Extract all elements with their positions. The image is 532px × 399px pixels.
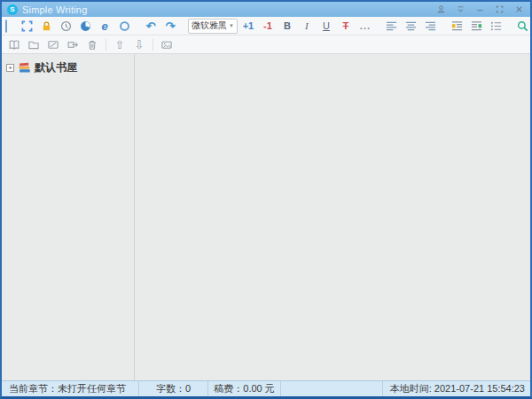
window-title: Simple Writing bbox=[22, 4, 88, 15]
move-down-button[interactable]: ⇩ bbox=[130, 36, 148, 52]
bold-button[interactable]: B bbox=[278, 18, 296, 34]
tree-item-label: 默认书屋 bbox=[35, 60, 77, 75]
align-left-icon bbox=[386, 20, 397, 32]
status-local-time: 本地时间: 2021-07-21 15:54:23 bbox=[383, 381, 530, 396]
title-bar: S Simple Writing bbox=[2, 2, 530, 17]
trash-icon bbox=[86, 39, 98, 51]
indent-decrease-button[interactable] bbox=[449, 18, 466, 34]
status-bar: 当前章节：未打开任何章节 字数：0 稿费：0.00 元 本地时间: 2021-0… bbox=[2, 380, 530, 396]
screenshot-button[interactable] bbox=[44, 36, 62, 52]
ie-browser-button[interactable]: e bbox=[96, 18, 113, 34]
on-toggle[interactable]: ON bbox=[5, 20, 7, 33]
pie-chart-icon bbox=[80, 20, 91, 32]
indent-increase-button[interactable] bbox=[468, 18, 486, 34]
bookshelf-tree-panel: + 默认书屋 bbox=[2, 54, 135, 380]
lock-button[interactable] bbox=[37, 18, 55, 34]
indent-increase-icon bbox=[471, 20, 482, 32]
image-button[interactable] bbox=[158, 36, 176, 52]
user-icon[interactable] bbox=[435, 4, 447, 15]
bold-label: B bbox=[284, 21, 291, 31]
more-formats-label: ... bbox=[360, 21, 371, 31]
align-right-icon bbox=[425, 20, 436, 32]
move-down-icon: ⇩ bbox=[135, 39, 145, 51]
minimize-icon[interactable] bbox=[474, 4, 486, 15]
redo-button[interactable]: ↷ bbox=[161, 18, 179, 34]
status-current-chapter: 当前章节：未打开任何章节 bbox=[2, 381, 139, 396]
more-formats-button[interactable]: ... bbox=[356, 18, 374, 34]
status-royalty: 稿费：0.00 元 bbox=[208, 381, 281, 396]
close-icon[interactable] bbox=[513, 4, 525, 15]
statistics-button[interactable] bbox=[76, 18, 94, 34]
search-button[interactable] bbox=[514, 18, 532, 34]
app-logo-icon: S bbox=[7, 4, 18, 15]
export-icon bbox=[66, 39, 79, 51]
ie-browser-icon: e bbox=[101, 20, 107, 32]
move-up-icon: ⇧ bbox=[115, 39, 125, 51]
list-icon bbox=[490, 20, 502, 32]
font-increase-button[interactable]: +1 bbox=[239, 18, 257, 34]
export-button[interactable] bbox=[64, 36, 82, 52]
folder-button[interactable] bbox=[25, 36, 43, 52]
fullscreen-icon bbox=[21, 20, 33, 32]
font-increase-label: +1 bbox=[243, 21, 254, 31]
clock-icon bbox=[60, 20, 72, 32]
fullscreen-button[interactable] bbox=[18, 18, 35, 34]
move-up-button[interactable]: ⇧ bbox=[111, 36, 129, 52]
timer-button[interactable] bbox=[57, 18, 74, 34]
align-center-button[interactable] bbox=[403, 18, 420, 34]
align-center-icon bbox=[405, 20, 417, 32]
trash-button[interactable] bbox=[83, 36, 101, 52]
font-decrease-label: -1 bbox=[263, 21, 272, 31]
lock-icon bbox=[41, 20, 52, 32]
open-book-button[interactable] bbox=[5, 36, 23, 52]
list-button[interactable] bbox=[488, 18, 505, 34]
search-icon bbox=[517, 20, 528, 32]
toolbar-separator bbox=[106, 39, 106, 51]
undo-icon: ↶ bbox=[146, 20, 156, 32]
screenshot-icon bbox=[47, 39, 59, 51]
circle-icon bbox=[119, 20, 130, 32]
align-left-button[interactable] bbox=[383, 18, 401, 34]
align-right-button[interactable] bbox=[422, 18, 440, 34]
undo-button[interactable]: ↶ bbox=[142, 18, 160, 34]
editor-area bbox=[135, 54, 530, 380]
status-spacer bbox=[281, 381, 383, 396]
redo-icon: ↷ bbox=[166, 20, 176, 32]
tree-expander-icon[interactable]: + bbox=[6, 64, 14, 72]
toolbar-chapters: ⇧ ⇩ bbox=[2, 35, 530, 54]
circle-button[interactable] bbox=[115, 18, 133, 34]
book-stack-icon bbox=[18, 62, 31, 74]
underline-label: U bbox=[323, 21, 330, 31]
menu-chevron-icon[interactable] bbox=[455, 4, 466, 15]
indent-decrease-icon bbox=[451, 20, 463, 32]
open-book-icon bbox=[8, 39, 20, 51]
app-window: S Simple Writing ON bbox=[0, 0, 532, 399]
status-word-count: 字数：0 bbox=[139, 381, 208, 396]
image-icon bbox=[160, 39, 173, 51]
folder-icon bbox=[27, 39, 40, 51]
chevron-down-icon: ▼ bbox=[229, 23, 234, 28]
tree-item-default-bookhouse[interactable]: + 默认书屋 bbox=[2, 59, 134, 75]
toolbar-formatting: ON e ↶ ↷ 微软雅黑 ▼ bbox=[2, 17, 530, 35]
strikethrough-label: T bbox=[343, 21, 349, 31]
underline-button[interactable]: U bbox=[317, 18, 335, 34]
font-name-value: 微软雅黑 bbox=[192, 20, 227, 32]
toolbar-separator bbox=[153, 39, 153, 51]
on-toggle-label: ON bbox=[6, 20, 7, 32]
font-family-select[interactable]: 微软雅黑 ▼ bbox=[188, 19, 238, 34]
italic-button[interactable]: I bbox=[298, 18, 316, 34]
main-body: + 默认书屋 bbox=[2, 54, 530, 380]
font-decrease-button[interactable]: -1 bbox=[259, 18, 277, 34]
italic-label: I bbox=[305, 21, 309, 31]
maximize-icon[interactable] bbox=[494, 4, 505, 15]
strikethrough-button[interactable]: T bbox=[337, 18, 355, 34]
window-controls bbox=[435, 4, 525, 15]
